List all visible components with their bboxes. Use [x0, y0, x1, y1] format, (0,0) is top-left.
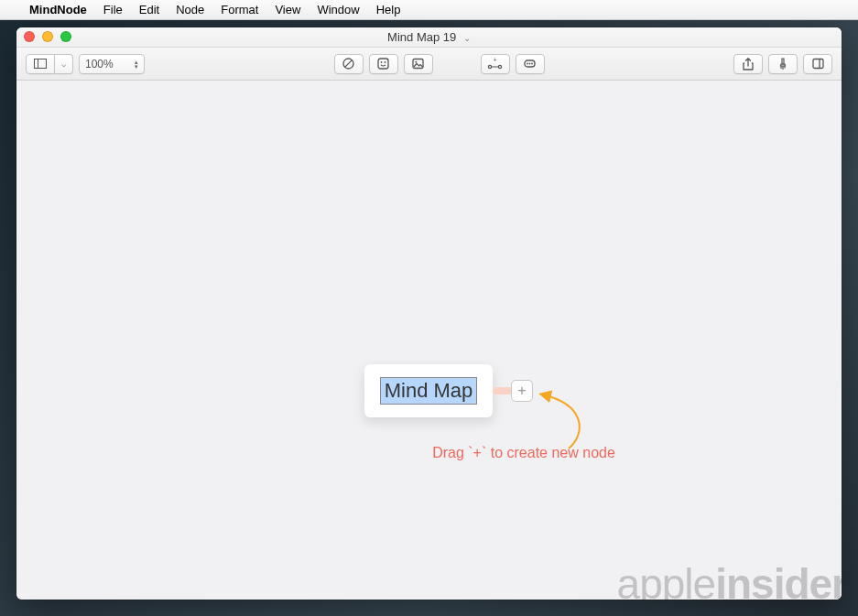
- zoom-level-control[interactable]: 100% ▴▾: [79, 54, 145, 74]
- menu-help[interactable]: Help: [376, 3, 401, 16]
- watermark-part2: insider: [715, 560, 842, 600]
- circle-slash-icon: [342, 57, 355, 70]
- mindmap-canvas[interactable]: Mind Map + Drag `+` to create new node a…: [16, 81, 842, 600]
- chevron-down-icon: ⌵: [61, 59, 66, 69]
- svg-point-13: [529, 63, 531, 65]
- svg-text:+: +: [493, 57, 496, 63]
- svg-point-3: [381, 61, 383, 63]
- stepper-icon: ▴▾: [135, 59, 138, 69]
- root-node-text-input[interactable]: Mind Map: [380, 377, 478, 405]
- svg-rect-15: [813, 59, 823, 69]
- window-traffic-lights: [24, 31, 71, 42]
- toolbar-inspector-button[interactable]: [803, 54, 832, 74]
- image-icon: [411, 57, 425, 70]
- svg-point-6: [415, 61, 417, 63]
- toolbar-sticker-button[interactable]: [369, 54, 398, 74]
- window-title-text: Mind Map 19: [387, 30, 456, 44]
- svg-point-9: [498, 65, 501, 68]
- toolbar-connection-button[interactable]: +: [481, 54, 510, 74]
- share-icon: [742, 57, 755, 71]
- menu-node[interactable]: Node: [176, 3, 204, 16]
- ellipsis-box-icon: [523, 57, 537, 70]
- menu-view[interactable]: View: [275, 3, 300, 16]
- watermark: appleinsider: [617, 559, 842, 600]
- svg-rect-2: [378, 59, 388, 69]
- add-connection-icon: +: [487, 57, 503, 70]
- toolbar-share-button[interactable]: [733, 54, 763, 74]
- svg-point-12: [527, 63, 528, 65]
- window-titlebar: Mind Map 19 ⌄: [16, 27, 842, 48]
- plus-icon: +: [517, 382, 527, 399]
- node-connector: [493, 387, 513, 394]
- add-child-node-button[interactable]: +: [511, 380, 533, 402]
- menu-app-name[interactable]: MindNode: [29, 3, 87, 16]
- toolbar-view-segment: ⌵: [26, 54, 73, 74]
- toolbar-style-button[interactable]: [768, 54, 798, 74]
- menu-window[interactable]: Window: [317, 3, 359, 16]
- window-zoom-button[interactable]: [60, 31, 71, 42]
- hint-annotation-text: Drag `+` to create new node: [432, 443, 615, 463]
- menu-file[interactable]: File: [103, 3, 123, 16]
- window-title[interactable]: Mind Map 19 ⌄: [387, 30, 471, 44]
- panel-right-icon: [811, 57, 825, 70]
- zoom-level-value: 100%: [85, 58, 114, 70]
- menu-format[interactable]: Format: [221, 3, 258, 16]
- window-title-dropdown-icon: ⌄: [463, 33, 471, 43]
- toolbar-fold-button[interactable]: [516, 54, 545, 74]
- window-minimize-button[interactable]: [42, 31, 53, 42]
- svg-point-14: [531, 63, 533, 65]
- paintbrush-icon: [777, 57, 789, 71]
- macos-menubar: MindNode File Edit Node Format View Wind…: [0, 0, 858, 20]
- view-mode-dropdown[interactable]: ⌵: [55, 54, 73, 74]
- svg-line-1: [345, 60, 353, 68]
- toolbar-task-button[interactable]: [334, 54, 364, 74]
- view-mode-button[interactable]: [26, 54, 55, 74]
- window-close-button[interactable]: [24, 31, 35, 42]
- toolbar-image-button[interactable]: [404, 54, 433, 74]
- app-window: Mind Map 19 ⌄ ⌵ 100% ▴▾: [16, 27, 842, 600]
- svg-point-8: [488, 65, 491, 68]
- svg-point-4: [385, 61, 386, 63]
- smiley-icon: [376, 57, 390, 70]
- root-node[interactable]: Mind Map: [364, 364, 493, 417]
- watermark-part1: apple: [617, 560, 716, 600]
- toolbar: ⌵ 100% ▴▾ +: [16, 48, 842, 81]
- menu-edit[interactable]: Edit: [139, 3, 159, 16]
- sidebar-layout-icon: [34, 59, 47, 69]
